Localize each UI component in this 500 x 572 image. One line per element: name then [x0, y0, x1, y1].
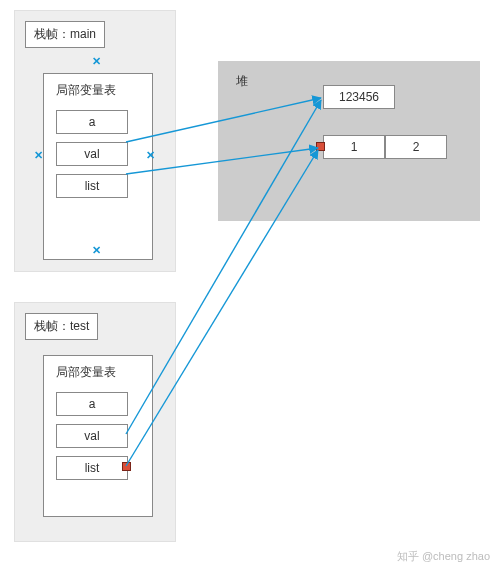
local-var-table-test: 局部变量表 a val list — [43, 355, 153, 517]
var-list-test: list — [56, 456, 128, 480]
var-list-main: list — [56, 174, 128, 198]
resize-handle-icon: ✕ — [92, 56, 101, 67]
resize-handle-icon: ✕ — [92, 245, 101, 256]
var-val-test: val — [56, 424, 128, 448]
anchor-handle-icon — [122, 462, 131, 471]
anchor-handle-icon — [316, 142, 325, 151]
var-a-main: a — [56, 110, 128, 134]
heap-panel: 堆 123456 1 2 — [218, 61, 480, 221]
heap-string-object: 123456 — [323, 85, 395, 109]
stack-frame-test: 栈帧：test 局部变量表 a val list — [14, 302, 176, 542]
resize-handle-icon: ✕ — [146, 150, 155, 161]
stack-frame-main: 栈帧：main 局部变量表 a val list — [14, 10, 176, 272]
local-var-table-title-test: 局部变量表 — [56, 364, 116, 381]
heap-label: 堆 — [236, 73, 248, 90]
local-var-table-title-main: 局部变量表 — [56, 82, 116, 99]
heap-array-cell-0: 1 — [323, 135, 385, 159]
var-val-main: val — [56, 142, 128, 166]
resize-handle-icon: ✕ — [34, 150, 43, 161]
watermark: 知乎 @cheng zhao — [397, 549, 490, 564]
frame-title-main: 栈帧：main — [25, 21, 105, 48]
heap-array-cell-1: 2 — [385, 135, 447, 159]
local-var-table-main: 局部变量表 a val list — [43, 73, 153, 260]
frame-title-test: 栈帧：test — [25, 313, 98, 340]
var-a-test: a — [56, 392, 128, 416]
